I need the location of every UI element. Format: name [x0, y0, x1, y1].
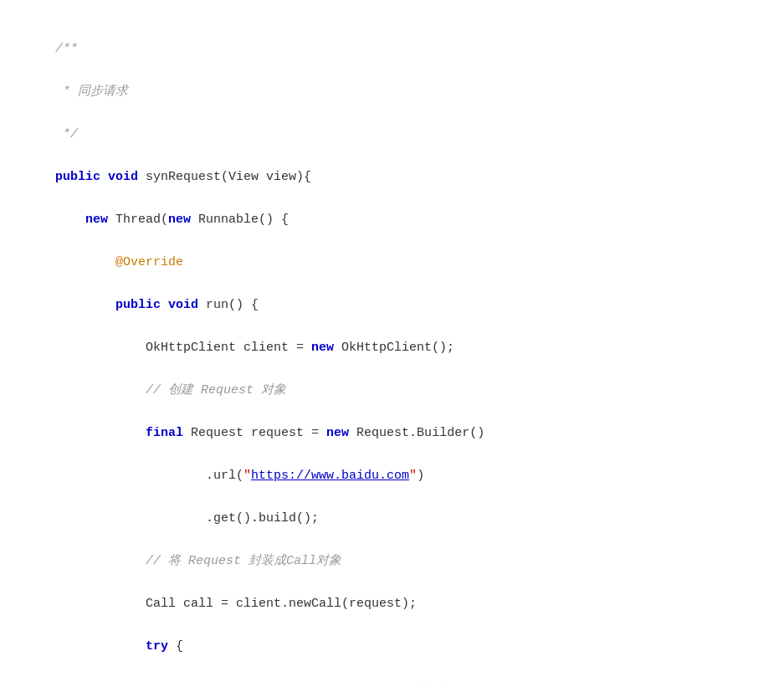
keyword-void1: void [108, 170, 138, 184]
comment-create-request: // 创建 Request 对象 [146, 383, 286, 397]
annotation-override: @Override [115, 255, 183, 269]
keyword-new3: new [311, 341, 334, 355]
keyword-public2: public [115, 298, 161, 312]
keyword-new4: new [326, 426, 349, 440]
comment-line1: /** [55, 42, 78, 56]
keyword-try: try [146, 639, 168, 654]
comment-wrap-call: // 将 Request 封装成Call对象 [146, 554, 341, 568]
keyword-new1: new [85, 213, 108, 227]
code-container: /** * 同步请求 */ public void synRequest(Vie… [0, 0, 784, 682]
string-url: "https://www.baidu.com" [243, 469, 417, 483]
keyword-public: public [55, 170, 100, 184]
keyword-new2: new [168, 213, 191, 227]
url-underline: https://www.baidu.com [251, 469, 409, 483]
code-block: /** * 同步请求 */ public void synRequest(Vie… [25, 17, 759, 682]
comment-line2: * 同步请求 [55, 85, 128, 99]
keyword-void2: void [168, 298, 198, 312]
comment-line3: */ [55, 127, 78, 141]
keyword-final: final [146, 426, 183, 440]
